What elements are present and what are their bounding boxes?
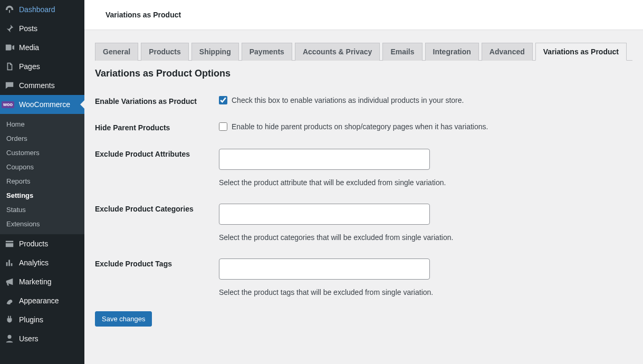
tab-emails[interactable]: Emails: [382, 43, 422, 61]
field-label: Exclude Product Attributes: [95, 149, 219, 158]
field-label: Exclude Product Tags: [95, 258, 219, 268]
tab-shipping[interactable]: Shipping: [191, 43, 239, 61]
sidebar-item-plugins[interactable]: Plugins: [0, 310, 84, 329]
hide-parent-checkbox[interactable]: [219, 122, 227, 131]
media-icon: [4, 42, 15, 53]
sidebar-item-label: Pages: [19, 62, 40, 71]
sidebar-item-label: Posts: [19, 24, 37, 33]
sidebar-subitem-coupons[interactable]: Coupons: [0, 160, 84, 174]
sidebar-item-products[interactable]: Products: [0, 234, 84, 253]
sidebar-item-appearance[interactable]: Appearance: [0, 291, 84, 310]
page-title: Variations as Product: [105, 11, 632, 19]
sidebar-item-label: Appearance: [19, 296, 59, 305]
field-description: Check this box to enable variations as i…: [232, 96, 464, 104]
sidebar-subitem-orders[interactable]: Orders: [0, 131, 84, 146]
settings-form: Enable Variations as Product Check this …: [95, 88, 632, 305]
sidebar-item-label: Products: [19, 240, 48, 248]
sidebar-item-label: Dashboard: [19, 5, 55, 14]
tab-accounts-privacy[interactable]: Accounts & Privacy: [295, 43, 380, 61]
appearance-icon: [4, 295, 15, 306]
sidebar-subitem-reports[interactable]: Reports: [0, 174, 84, 188]
enable-variations-checkbox[interactable]: [219, 96, 227, 104]
sidebar-subitem-customers[interactable]: Customers: [0, 146, 84, 160]
pin-icon: [4, 23, 15, 34]
settings-tabs: General Products Shipping Payments Accou…: [95, 30, 632, 61]
row-hide-parent: Hide Parent Products Enable to hide pare…: [95, 114, 632, 140]
sidebar-item-comments[interactable]: Comments: [0, 76, 84, 95]
exclude-categories-input[interactable]: [219, 204, 430, 225]
sidebar-item-woocommerce[interactable]: woo WooCommerce: [0, 95, 84, 114]
field-label: Hide Parent Products: [95, 122, 219, 132]
sidebar-item-label: Comments: [19, 81, 55, 90]
tab-products[interactable]: Products: [141, 43, 189, 61]
products-icon: [4, 238, 15, 249]
main-content: Variations as Product General Products S…: [84, 0, 643, 364]
pages-icon: [4, 61, 15, 72]
sidebar-item-label: Users: [19, 334, 39, 343]
marketing-icon: [4, 276, 15, 287]
sidebar-item-label: Plugins: [19, 315, 43, 324]
field-help: Select the product tags that will be exc…: [219, 288, 632, 296]
exclude-attributes-input[interactable]: [219, 149, 430, 170]
tab-advanced[interactable]: Advanced: [482, 43, 533, 61]
field-help: Select the product attribute that will b…: [219, 178, 632, 187]
admin-sidebar: Dashboard Posts Media Pages Comments woo…: [0, 0, 84, 364]
woo-icon: woo: [4, 99, 15, 110]
sidebar-item-media[interactable]: Media: [0, 38, 84, 57]
sidebar-item-marketing[interactable]: Marketing: [0, 272, 84, 291]
plugins-icon: [4, 314, 15, 325]
tab-general[interactable]: General: [95, 43, 138, 61]
tab-payments[interactable]: Payments: [242, 43, 292, 61]
row-exclude-tags: Exclude Product Tags Select the product …: [95, 250, 632, 305]
field-label: Exclude Product Categories: [95, 204, 219, 213]
row-enable-variations: Enable Variations as Product Check this …: [95, 88, 632, 114]
sidebar-item-label: Analytics: [19, 258, 49, 267]
sidebar-item-pages[interactable]: Pages: [0, 57, 84, 76]
sidebar-item-label: Media: [19, 43, 39, 52]
comments-icon: [4, 80, 15, 91]
sidebar-subitem-home[interactable]: Home: [0, 117, 84, 131]
field-label: Enable Variations as Product: [95, 96, 219, 106]
users-icon: [4, 333, 15, 344]
sidebar-subitem-settings[interactable]: Settings: [0, 188, 84, 203]
sidebar-subitem-extensions[interactable]: Extensions: [0, 217, 84, 231]
sidebar-item-label: Marketing: [19, 277, 51, 286]
sidebar-subitem-status[interactable]: Status: [0, 203, 84, 217]
sidebar-item-posts[interactable]: Posts: [0, 19, 84, 38]
page-header: Variations as Product: [84, 0, 643, 30]
section-title: Variations as Product Options: [95, 61, 632, 82]
tab-integration[interactable]: Integration: [425, 43, 479, 61]
sidebar-item-users[interactable]: Users: [0, 329, 84, 348]
sidebar-item-label: WooCommerce: [19, 100, 70, 109]
exclude-tags-input[interactable]: [219, 258, 430, 280]
save-changes-button[interactable]: Save changes: [95, 311, 152, 327]
row-exclude-categories: Exclude Product Categories Select the pr…: [95, 195, 632, 250]
dashboard-icon: [4, 4, 15, 15]
field-help: Select the product categories that will …: [219, 233, 632, 242]
analytics-icon: [4, 257, 15, 268]
field-description: Enable to hide parent products on shop/c…: [232, 122, 488, 131]
row-exclude-attributes: Exclude Product Attributes Select the pr…: [95, 140, 632, 195]
sidebar-item-analytics[interactable]: Analytics: [0, 253, 84, 272]
sidebar-submenu-woocommerce: Home Orders Customers Coupons Reports Se…: [0, 114, 84, 234]
sidebar-item-dashboard[interactable]: Dashboard: [0, 0, 84, 19]
tab-variations-as-product[interactable]: Variations as Product: [535, 43, 627, 61]
